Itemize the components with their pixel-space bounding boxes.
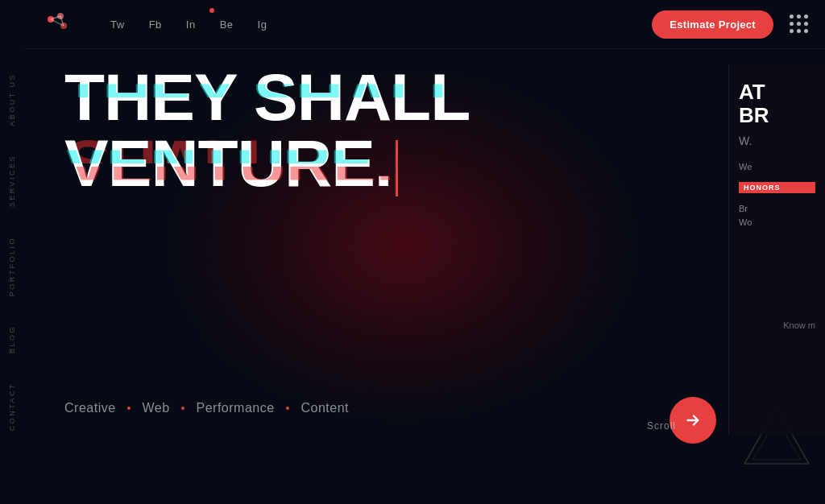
right-panel: At Br W. We Honors Br Wo Know m xyxy=(728,64,825,435)
right-panel-link-2[interactable]: Br xyxy=(739,204,815,213)
hero-title: THEY SHALL VENTURE. xyxy=(64,64,470,196)
sidebar-item-portfolio[interactable]: Portfolio xyxy=(8,222,16,311)
service-tags: Creative • Web • Performance • Content xyxy=(64,401,349,415)
sidebar-item-blog[interactable]: Blog xyxy=(8,311,16,368)
grid-dot xyxy=(797,29,801,33)
arrow-right-icon xyxy=(684,411,702,429)
grid-dot xyxy=(804,29,808,33)
grid-dot xyxy=(790,14,794,19)
know-more-text[interactable]: Know m xyxy=(783,320,815,330)
nav-link-ig[interactable]: Ig xyxy=(258,19,267,31)
right-panel-link-1[interactable]: We xyxy=(739,162,815,171)
right-panel-title-line2: Br xyxy=(739,103,769,127)
grid-dot xyxy=(804,14,808,19)
header-right: Estimate Project xyxy=(652,10,809,39)
hero-glitch-line-1: THEY SHALL xyxy=(64,64,470,130)
scroll-label: Scroll xyxy=(647,420,676,432)
nav-link-tw[interactable]: Tw xyxy=(110,19,125,31)
header-divider xyxy=(24,48,825,49)
service-tag-creative[interactable]: Creative xyxy=(64,401,116,415)
left-vertical-nav: About Us Services Portfolio Blog Contact xyxy=(0,0,24,504)
logo[interactable] xyxy=(44,11,70,37)
service-separator-1: • xyxy=(127,402,131,415)
hero-line-2: VENTURE. xyxy=(64,130,470,196)
right-panel-subtitle: W. xyxy=(739,134,752,147)
nav-link-be[interactable]: Be xyxy=(220,19,234,31)
honors-badge: Honors xyxy=(739,182,815,193)
sidebar-item-services[interactable]: Services xyxy=(8,140,16,221)
service-tag-performance[interactable]: Performance xyxy=(197,401,275,415)
header: Tw Fb In Be Ig Estimate Project xyxy=(0,0,825,48)
service-separator-3: • xyxy=(286,402,290,415)
hero-glitch-line-2: VENTURE. xyxy=(64,130,392,196)
sidebar-item-about-us[interactable]: About Us xyxy=(8,59,16,141)
social-nav: Tw Fb In Be Ig xyxy=(110,19,267,31)
right-panel-links: We Honors Br Wo xyxy=(739,162,815,227)
next-arrow-button[interactable] xyxy=(670,397,716,444)
nav-link-fb[interactable]: Fb xyxy=(149,19,162,31)
grid-menu-icon[interactable] xyxy=(790,14,809,34)
right-panel-title: At Br W. xyxy=(739,81,815,150)
grid-dot xyxy=(804,22,808,26)
sidebar-item-contact[interactable]: Contact xyxy=(8,368,16,445)
nav-link-in[interactable]: In xyxy=(186,19,196,31)
grid-dot xyxy=(797,14,801,19)
hero-line-1: THEY SHALL xyxy=(64,64,470,130)
service-tag-content[interactable]: Content xyxy=(301,401,350,415)
grid-dot xyxy=(790,22,794,26)
hero-section: THEY SHALL VENTURE. xyxy=(64,64,470,196)
estimate-project-button[interactable]: Estimate Project xyxy=(652,10,773,39)
right-panel-title-line1: At xyxy=(739,80,765,104)
service-tag-web[interactable]: Web xyxy=(142,401,169,415)
right-panel-link-3[interactable]: Wo xyxy=(739,217,815,227)
service-separator-2: • xyxy=(181,402,185,415)
grid-dot xyxy=(790,29,794,33)
header-left: Tw Fb In Be Ig xyxy=(44,11,267,37)
text-cursor xyxy=(396,140,398,196)
grid-dot xyxy=(797,22,801,26)
